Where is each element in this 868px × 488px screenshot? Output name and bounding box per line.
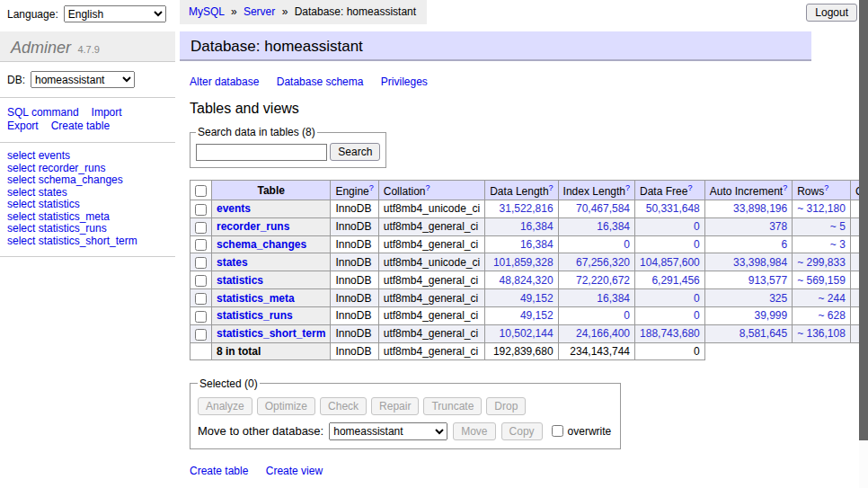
help-icon[interactable]: ?	[687, 183, 692, 192]
drop-button[interactable]: Drop	[486, 397, 526, 415]
create-view-link[interactable]: Create view	[266, 465, 323, 477]
select-all-checkbox[interactable]	[195, 185, 207, 197]
sidebar-link-export[interactable]: Export	[7, 120, 39, 132]
cell-auto-increment[interactable]: 325	[769, 292, 787, 305]
cell-data-length[interactable]: 16,384	[520, 238, 554, 251]
sidebar-link-create-table[interactable]: Create table	[51, 120, 110, 132]
cell-rows[interactable]: ~ 5	[830, 220, 846, 233]
help-icon[interactable]: ?	[824, 183, 828, 192]
help-icon[interactable]: ?	[625, 183, 630, 192]
cell-data-length[interactable]: 10,502,144	[500, 327, 554, 340]
cell-rows[interactable]: ~ 299,833	[797, 256, 846, 269]
cell-index-length[interactable]: 0	[624, 238, 630, 251]
cell-auto-increment[interactable]: 913,577	[748, 274, 787, 287]
table-name-link[interactable]: schema_changes	[217, 238, 306, 251]
cell-auto-increment[interactable]: 33,398,984	[733, 256, 787, 269]
cell-index-length[interactable]: 16,384	[597, 292, 630, 305]
sidebar-link-sql-command[interactable]: SQL command	[7, 106, 79, 119]
logout-button[interactable]: Logout	[806, 4, 857, 22]
cell-auto-increment[interactable]: 39,999	[754, 309, 787, 322]
sidebar-item-select-recorder-runs[interactable]: select recorder_runs	[7, 162, 105, 174]
table-name-link[interactable]: statistics_runs	[217, 309, 293, 322]
cell-data-free[interactable]: 0	[694, 309, 700, 322]
cell-index-length[interactable]: 67,256,320	[576, 256, 630, 269]
cell-auto-increment[interactable]: 33,898,196	[733, 202, 787, 215]
cell-data-length[interactable]: 16,384	[520, 220, 554, 233]
database-schema-link[interactable]: Database schema	[277, 75, 364, 88]
copy-button[interactable]: Copy	[501, 422, 543, 440]
cell-rows[interactable]: ~ 628	[819, 309, 846, 322]
cell-data-free[interactable]: 0	[694, 292, 700, 305]
cell-data-length[interactable]: 48,824,320	[500, 274, 554, 287]
db-select[interactable]: homeassistant	[31, 71, 135, 88]
row-checkbox[interactable]	[195, 257, 207, 269]
cell-rows[interactable]: ~ 136,108	[797, 327, 846, 340]
search-button[interactable]: Search	[330, 143, 380, 161]
cell-index-length[interactable]: 0	[624, 309, 630, 322]
vertical-scrollbar-thumb[interactable]	[859, 0, 868, 440]
truncate-button[interactable]: Truncate	[423, 397, 482, 415]
move-database-select[interactable]: homeassistant	[329, 422, 447, 440]
row-checkbox[interactable]	[195, 293, 207, 305]
table-name-link[interactable]: recorder_runs	[217, 220, 289, 233]
sidebar-item-select-events[interactable]: select events	[7, 149, 70, 162]
language-select[interactable]: English	[64, 5, 166, 22]
sidebar-link-import[interactable]: Import	[92, 106, 122, 119]
cell-index-length[interactable]: 70,467,584	[576, 202, 630, 215]
sidebar-item-select-statistics-short-term[interactable]: select statistics_short_term	[7, 235, 137, 247]
cell-data-length[interactable]: 101,859,328	[493, 256, 554, 269]
row-checkbox[interactable]	[195, 239, 207, 251]
row-checkbox[interactable]	[195, 311, 207, 323]
breadcrumb-link-server[interactable]: Server	[244, 5, 275, 18]
cell-index-length[interactable]: 72,220,672	[576, 274, 630, 287]
cell-data-length[interactable]: 49,152	[520, 292, 554, 305]
table-name-link[interactable]: events	[217, 202, 251, 215]
sidebar-item-select-schema-changes[interactable]: select schema_changes	[7, 173, 123, 186]
cell-data-length[interactable]: 31,522,816	[500, 202, 554, 215]
sidebar-item-select-statistics-runs[interactable]: select statistics_runs	[7, 222, 107, 235]
app-name[interactable]: Adminer	[11, 39, 71, 57]
privileges-link[interactable]: Privileges	[381, 75, 428, 88]
cell-data-free[interactable]: 6,291,456	[651, 274, 699, 287]
sidebar-item-select-statistics[interactable]: select statistics	[7, 198, 80, 210]
move-button[interactable]: Move	[453, 422, 495, 440]
cell-rows[interactable]: ~ 569,159	[797, 274, 846, 287]
breadcrumb-link-mysql[interactable]: MySQL	[189, 5, 225, 18]
cell-auto-increment[interactable]: 6	[781, 238, 787, 251]
cell-rows[interactable]: ~ 312,180	[797, 202, 846, 215]
help-icon[interactable]: ?	[549, 183, 554, 192]
help-icon[interactable]: ?	[369, 183, 374, 192]
cell-auto-increment[interactable]: 378	[769, 220, 787, 233]
cell-data-free[interactable]: 0	[694, 220, 700, 233]
overwrite-checkbox[interactable]	[552, 425, 563, 437]
help-icon[interactable]: ?	[425, 183, 430, 192]
table-name-link[interactable]: statistics_short_term	[217, 327, 325, 340]
check-button[interactable]: Check	[320, 397, 367, 415]
cell-rows[interactable]: ~ 3	[830, 238, 846, 251]
cell-data-free[interactable]: 50,331,648	[646, 202, 700, 215]
sidebar-item-select-statistics-meta[interactable]: select statistics_meta	[7, 210, 110, 223]
search-input[interactable]	[196, 144, 327, 161]
optimize-button[interactable]: Optimize	[257, 397, 315, 415]
row-checkbox[interactable]	[195, 275, 207, 287]
repair-button[interactable]: Repair	[371, 397, 419, 415]
row-checkbox[interactable]	[195, 222, 207, 234]
table-name-link[interactable]: statistics	[217, 274, 263, 287]
help-icon[interactable]: ?	[783, 183, 787, 192]
alter-database-link[interactable]: Alter database	[190, 75, 259, 88]
table-name-link[interactable]: statistics_meta	[217, 292, 295, 305]
table-name-link[interactable]: states	[217, 256, 248, 269]
row-checkbox[interactable]	[195, 204, 207, 216]
cell-data-free[interactable]: 0	[694, 238, 700, 251]
create-table-link[interactable]: Create table	[190, 465, 248, 477]
cell-data-length[interactable]: 49,152	[520, 309, 554, 322]
analyze-button[interactable]: Analyze	[198, 397, 252, 415]
cell-data-free[interactable]: 104,857,600	[640, 256, 700, 269]
sidebar-item-select-states[interactable]: select states	[7, 186, 67, 199]
row-checkbox[interactable]	[195, 329, 207, 341]
cell-data-free[interactable]: 188,743,680	[640, 327, 700, 340]
cell-auto-increment[interactable]: 8,581,645	[740, 327, 787, 340]
cell-index-length[interactable]: 24,166,400	[576, 327, 630, 340]
cell-rows[interactable]: ~ 244	[819, 292, 846, 305]
cell-index-length[interactable]: 16,384	[597, 220, 630, 233]
